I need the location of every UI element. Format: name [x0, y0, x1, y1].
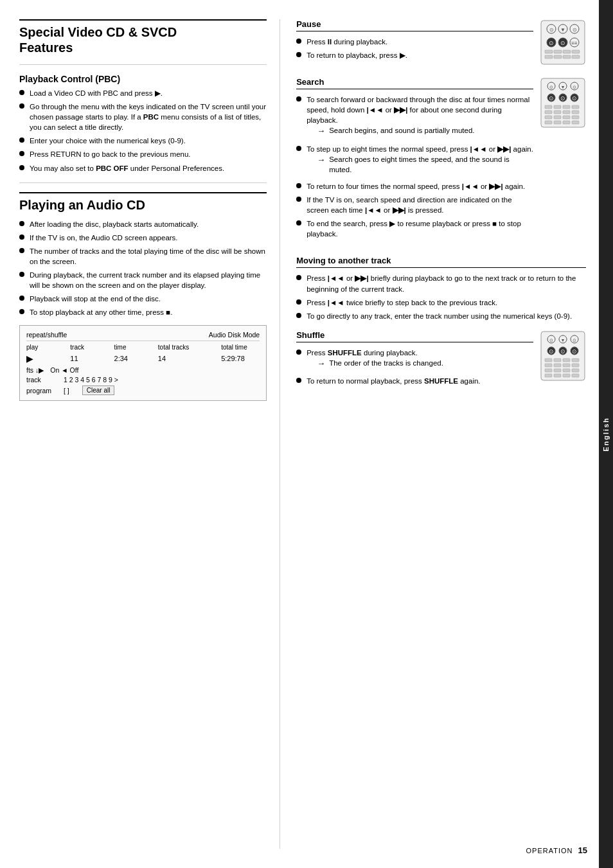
svg-rect-43 — [554, 116, 561, 119]
arrow-continuation: → Search goes to eight times the speed, … — [317, 154, 533, 175]
pause-content: Pause Press II during playback. To retur… — [296, 19, 533, 68]
audio-cd-title-box: Playing an Audio CD — [19, 192, 267, 213]
arrow-symbol: → — [317, 154, 325, 166]
col-total-tracks: total tracks — [158, 344, 203, 351]
svg-rect-36 — [563, 105, 570, 109]
pbc-section: Playback Control (PBC) Load a Video CD w… — [19, 74, 267, 173]
svg-rect-66 — [572, 359, 579, 362]
bullet-text: After loading the disc, playback starts … — [30, 219, 267, 229]
list-item: To return to four times the normal speed… — [296, 181, 533, 191]
bullet-dot — [296, 183, 301, 188]
val-track: 11 — [70, 355, 96, 362]
svg-rect-72 — [554, 369, 561, 372]
bullet-text: Go through the menu with the keys indica… — [30, 102, 267, 132]
page-footer: OPERATION 15 — [526, 846, 587, 855]
moving-title: Moving to another track — [296, 256, 586, 268]
screen-header-right: Audio Disk Mode — [209, 331, 260, 339]
section1-title-box: Special Video CD & SVCD Features — [19, 19, 267, 55]
program-label: program — [26, 387, 58, 394]
bullet-dot — [296, 96, 301, 102]
shuffle-bullets: Press SHUFFLE during playback. → The ord… — [296, 348, 533, 386]
screen-header-left: repeat/shuffle — [26, 331, 67, 339]
svg-rect-71 — [545, 369, 552, 372]
list-item: The number of tracks and the total playi… — [19, 246, 267, 267]
play-icon: ▶ — [26, 353, 52, 364]
bullet-dot — [296, 299, 301, 305]
svg-rect-41 — [572, 111, 579, 114]
svg-text:⊙: ⊙ — [572, 348, 577, 355]
shuffle-title: Shuffle — [296, 330, 533, 342]
page-wrapper: English Special Video CD & SVCD Features… — [0, 0, 613, 868]
arrow-text: The order of the tracks is changed. — [329, 358, 443, 368]
svg-text:▼: ▼ — [561, 338, 565, 342]
svg-rect-75 — [545, 374, 552, 377]
side-tab: English — [599, 0, 613, 868]
svg-text:⊙: ⊙ — [560, 348, 565, 355]
list-item: Press RETURN to go back to the previous … — [19, 149, 267, 159]
bullet-text: Press RETURN to go back to the previous … — [30, 149, 267, 159]
bullet-dot — [19, 296, 24, 301]
bullet-dot — [296, 275, 301, 280]
svg-rect-69 — [563, 364, 570, 367]
bullet-dot — [296, 220, 301, 226]
svg-rect-38 — [545, 111, 552, 114]
list-item: Go through the menu with the keys indica… — [19, 102, 267, 132]
bullet-text: If the TV is on, the Audio CD screen app… — [30, 233, 267, 243]
shuffle-section: Shuffle Press SHUFFLE during playback. →… — [296, 330, 586, 394]
track-label: track — [26, 376, 58, 384]
remote-svg-shuffle: ⊙ ▼ ⊙ ⊙ ⊙ ⊙ — [540, 330, 586, 382]
bullet-text: To return to normal playback, press SHUF… — [306, 376, 533, 386]
svg-rect-14 — [554, 50, 562, 53]
list-item: If the TV is on, search speed and direct… — [296, 195, 533, 215]
bullet-text: To return to playback, press ▶. — [306, 50, 533, 60]
section1-title: Special Video CD & SVCD Features — [19, 24, 267, 55]
svg-text:⊙: ⊙ — [573, 27, 577, 33]
list-item: To return to playback, press ▶. — [296, 50, 533, 60]
svg-text:⊙: ⊙ — [549, 95, 554, 102]
list-item: Press |◄◄ twice briefly to step back to … — [296, 297, 586, 308]
moving-bullets: Press |◄◄ or ▶▶| briefly during playback… — [296, 273, 586, 321]
left-column: Special Video CD & SVCD Features Playbac… — [19, 19, 280, 849]
col-play: play — [26, 344, 52, 351]
bullet-text: To stop playback at any other time, pres… — [30, 307, 267, 317]
svg-text:▼: ▼ — [560, 27, 565, 33]
arrow-text: Search goes to eight times the speed, an… — [329, 154, 533, 175]
svg-rect-45 — [572, 116, 579, 119]
screen-header: repeat/shuffle Audio Disk Mode — [26, 331, 260, 341]
pause-remote-diagram: ⊙ ▼ ⊙ ⊙ ⊙ ≡≡ — [540, 19, 586, 67]
col-track: track — [70, 344, 96, 351]
svg-rect-49 — [572, 121, 579, 124]
bullet-dot — [296, 146, 301, 151]
audio-cd-title: Playing an Audio CD — [19, 197, 267, 213]
bullet-text: Press |◄◄ or ▶▶| briefly during playback… — [306, 273, 586, 294]
bullet-text: If the TV is on, search speed and direct… — [306, 195, 533, 215]
pbc-title: Playback Control (PBC) — [19, 74, 267, 84]
svg-text:⊙: ⊙ — [560, 95, 565, 102]
svg-rect-17 — [545, 55, 553, 58]
svg-rect-78 — [572, 374, 579, 377]
pause-bullets: Press II during playback. To return to p… — [296, 37, 533, 60]
list-item: You may also set to PBC OFF under Person… — [19, 163, 267, 173]
svg-rect-64 — [554, 359, 561, 362]
list-item: Press SHUFFLE during playback. → The ord… — [296, 348, 533, 373]
audio-cd-section: Playing an Audio CD After loading the di… — [19, 192, 267, 402]
audio-cd-bullets: After loading the disc, playback starts … — [19, 219, 267, 318]
bullet-text: To end the search, press ▶ to resume pla… — [306, 218, 533, 239]
list-item: Load a Video CD with PBC and press ▶. — [19, 88, 267, 98]
svg-rect-77 — [563, 374, 570, 377]
search-content: Search To search forward or backward thr… — [296, 77, 533, 247]
svg-text:⊙: ⊙ — [549, 40, 554, 46]
list-item: To step up to eight times the normal spe… — [296, 144, 533, 178]
bullet-text: To search forward or backward through th… — [306, 94, 533, 125]
svg-text:⊙: ⊙ — [573, 85, 576, 89]
bullet-text: You may also set to PBC OFF under Person… — [30, 163, 267, 173]
bullet-dot — [19, 309, 24, 314]
bullet-content: Press SHUFFLE during playback. → The ord… — [306, 348, 533, 373]
val-time: 2:34 — [114, 355, 140, 362]
svg-rect-70 — [572, 364, 579, 367]
bullet-dot — [19, 165, 24, 170]
clear-all-button[interactable]: Clear all — [82, 385, 115, 395]
list-item: To end the search, press ▶ to resume pla… — [296, 218, 533, 239]
bullet-text: Press SHUFFLE during playback. — [306, 348, 533, 358]
svg-text:≡≡: ≡≡ — [571, 40, 578, 46]
